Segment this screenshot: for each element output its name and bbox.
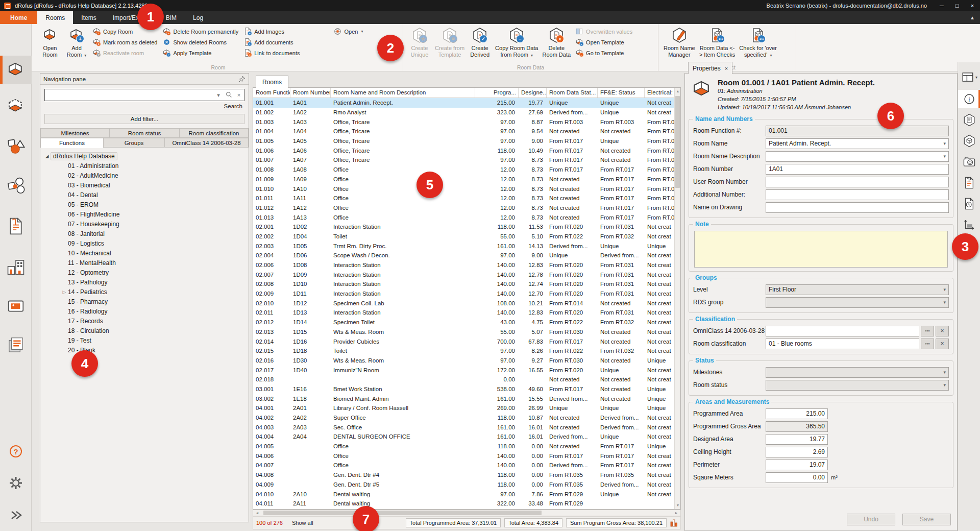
close-button[interactable]: ×	[965, 0, 980, 11]
maximize-button[interactable]: □	[949, 0, 965, 11]
scroll-right-icon[interactable]: ►	[673, 510, 680, 516]
tree-item-15-pharmacy[interactable]: 15 - Pharmacy	[43, 297, 249, 306]
table-row[interactable]: 01.0021A02Rmo Analyst323.0027.69Derived …	[253, 108, 674, 117]
tree-item-10-mechanical[interactable]: 10 - Mechanical	[43, 248, 249, 258]
horizontal-scrollbar[interactable]: ◄ ►	[253, 510, 681, 516]
copy-room-data-from-room-button[interactable]: −Copy Room Datafrom Room ▾	[493, 26, 540, 59]
panel-item-core-data[interactable]	[958, 111, 980, 129]
table-row[interactable]: 04.0032A03Sec. Office161.0016.01Not crea…	[253, 422, 674, 432]
tree-item-01-administration[interactable]: 01 - Administration	[43, 161, 249, 171]
omniclass-14-2006-03-28-browse-button[interactable]: ▫▫▫	[921, 326, 934, 336]
table-row[interactable]: 02.0041D06Scope Wash / Decon.97.009.00Un…	[253, 251, 674, 260]
table-row[interactable]: 01.0111A11Office12.008.73Not createdFrom…	[253, 194, 674, 203]
table-row[interactable]: 04.0012A01Library / Conf. Room Hassell26…	[253, 403, 674, 413]
sidebar-item-documents[interactable]	[0, 212, 32, 240]
minimize-button[interactable]: ─	[934, 0, 949, 11]
tree-item-14-pediatrics[interactable]: ▷14 - Pediatrics	[43, 287, 249, 297]
sidebar-item-item-groups[interactable]	[0, 172, 32, 200]
table-row[interactable]: 04.005Office118.000.00Not createdFrom RT…	[253, 442, 674, 451]
sidebar-item-buildings[interactable]	[0, 253, 32, 281]
room-name-select[interactable]: Patient Admin. Recept.▾	[766, 138, 949, 149]
table-row[interactable]: 01.0041A04Office, Tricare97.009.54Not cr…	[253, 127, 674, 136]
sidebar-item-items[interactable]	[0, 132, 32, 160]
column-header-room-number[interactable]: Room Number	[290, 88, 331, 98]
collapse-ribbon-icon[interactable]: ▲	[965, 11, 980, 24]
table-row[interactable]: 02.0011D02Interaction Station118.0011.53…	[253, 222, 674, 232]
sqaure-meters-field[interactable]: 0.00	[766, 472, 828, 483]
table-row[interactable]: 01.0011A01Patient Admin. Recept.215.0019…	[253, 98, 674, 108]
table-row[interactable]: 04.0022A02Super Office118.0010.87Not cre…	[253, 413, 674, 423]
table-row[interactable]: 02.0021D04Toilet55.005.10From RT.022From…	[253, 232, 674, 242]
room-function-field[interactable]: 01.001	[766, 126, 949, 136]
table-row[interactable]: 02.0111D13Interaction Station140.0012.83…	[253, 308, 674, 318]
ceiling-height-field[interactable]: 2.69	[766, 447, 828, 457]
level-select[interactable]: First Floor▾	[766, 284, 949, 295]
create-derived-button[interactable]: ✓CreateDerived	[467, 26, 493, 59]
table-row[interactable]: 01.0071A07Office, Tricare97.008.73From R…	[253, 155, 674, 165]
omniclass-14-2006-03-28-field[interactable]	[766, 326, 919, 336]
tree-item-08-janitorial[interactable]: 08 - Janitorial	[43, 229, 249, 238]
clear-search-icon[interactable]: ×	[234, 92, 244, 98]
tree-item-17-records[interactable]: 17 - Records	[43, 316, 249, 326]
panel-item-bim-model[interactable]	[958, 132, 980, 150]
show-all-link[interactable]: Show all	[292, 520, 313, 526]
sidebar-item-room-templates[interactable]	[0, 92, 32, 120]
nav-tab-omniclass-14-2006-03-28[interactable]: OmniClass 14 2006-03-28	[165, 138, 249, 148]
sidebar-item-expand[interactable]	[0, 502, 32, 528]
room-status-select[interactable]: ▾	[766, 380, 949, 391]
vertical-scroll-thumb[interactable]	[675, 96, 680, 188]
scroll-up-icon[interactable]: ▲	[675, 88, 681, 95]
rds-group-select[interactable]: ▾	[766, 297, 949, 308]
room-name-manager-button[interactable]: Room NameManager	[662, 26, 697, 59]
omniclass-14-2006-03-28-clear-button[interactable]: ×	[936, 326, 949, 336]
note-textarea[interactable]	[694, 231, 948, 268]
table-row[interactable]: 02.0141D16Provider Cubicles700.0067.83Fr…	[253, 336, 674, 346]
link-to-documents-button[interactable]: ∞Link to documents	[242, 47, 301, 58]
table-row[interactable]: 04.006Office140.000.00From RT.017From RT…	[253, 451, 674, 461]
tree-item-20-blank[interactable]: 20 - Blank	[43, 345, 249, 355]
milestones-select[interactable]: ▾	[766, 367, 949, 378]
programmed-area-field[interactable]: 215.00	[766, 408, 828, 419]
search-icon[interactable]	[224, 91, 234, 99]
add-room-button[interactable]: +AddRoom ▾	[63, 26, 90, 59]
tree-item-18-circulation[interactable]: 18 - Circulation	[43, 326, 249, 335]
table-row[interactable]: 02.0131D15Wts & Meas. Room55.005.07From …	[253, 327, 674, 337]
user-room-number-field[interactable]	[766, 177, 949, 187]
pin-icon[interactable]	[238, 76, 246, 83]
panel-item-room-log[interactable]	[958, 195, 980, 213]
properties-tab[interactable]: Properties ×	[688, 62, 732, 74]
search-link[interactable]: Search	[224, 103, 242, 109]
nav-tab-groups[interactable]: Groups	[104, 138, 165, 148]
sidebar-item-reports[interactable]	[0, 331, 32, 359]
scroll-down-icon[interactable]: ▼	[675, 502, 681, 509]
create-unique-button[interactable]: ★CreateUnique	[406, 26, 433, 59]
collapse-icon[interactable]: ◢	[43, 154, 51, 159]
panel-item-layout-selector[interactable]: ▾	[958, 68, 980, 86]
designed-area-field[interactable]: 19.77	[766, 434, 828, 445]
perimeter-field[interactable]: 19.07	[766, 460, 828, 470]
room-classification-browse-button[interactable]: ▫▫▫	[921, 339, 934, 349]
table-row[interactable]: 02.0171D40Immuniz"N Room172.0016.55From …	[253, 365, 674, 375]
tree-item-19-test[interactable]: 19 - Test	[43, 335, 249, 345]
search-input[interactable]	[45, 91, 213, 99]
table-row[interactable]: 02.0031D05Trmt Rm. Dirty Proc.161.0014.1…	[253, 241, 674, 251]
room-number-field[interactable]: 1A01	[766, 164, 949, 175]
table-row[interactable]: 01.0031A03Office, Tricare97.008.87From R…	[253, 117, 674, 127]
room-classification-field[interactable]: 01 - Blue rooms	[766, 339, 919, 349]
panel-item-measurements[interactable]	[958, 215, 980, 234]
nav-tab-room-classification[interactable]: Room classification	[180, 128, 249, 138]
overwritten-values-button[interactable]: Overwritten values	[574, 26, 634, 37]
tree-item-02-adultmedicine[interactable]: 02 - AdultMedicine	[43, 171, 249, 180]
sidebar-item-settings[interactable]	[0, 470, 32, 496]
sidebar-item-rooms[interactable]	[0, 56, 32, 84]
reactivate-room-button[interactable]: ↺Reactivate room	[91, 47, 159, 58]
column-header-ff-e-status[interactable]: FF&E: Status	[598, 88, 645, 98]
table-row[interactable]: 01.0051A05Office, Tricare97.009.00From R…	[253, 136, 674, 146]
open-template-button[interactable]: ▸Open Template	[574, 37, 634, 47]
table-row[interactable]: 01.0121A12Office12.008.73Not createdFrom…	[253, 203, 674, 213]
table-row[interactable]: 04.008Gen. Dent. Dtr #4118.000.00From RT…	[253, 470, 674, 480]
column-header-room-function[interactable]: Room Function #:	[253, 88, 290, 98]
tree-item-05-erom[interactable]: 05 - EROM	[43, 200, 249, 209]
table-row[interactable]: 04.009Gen. Dent. Dtr #5118.000.00From RT…	[253, 480, 674, 490]
table-row[interactable]: 01.0061A06Office, Tricare118.0010.49From…	[253, 146, 674, 155]
